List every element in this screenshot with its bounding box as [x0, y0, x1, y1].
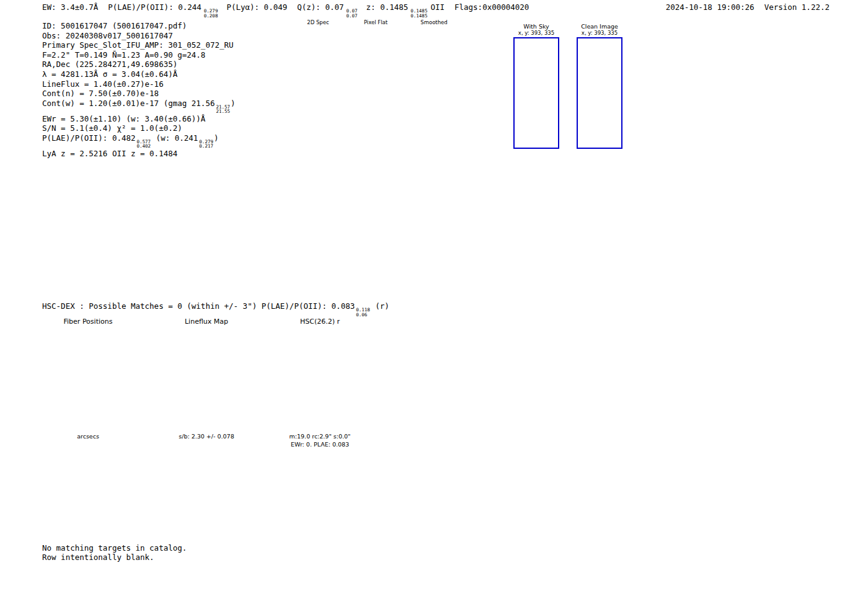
plae-poii-uncertainty: 0.2790.208 [204, 9, 218, 18]
plae-unc-2: 0.2790.217 [199, 140, 213, 149]
with-sky-image [513, 37, 559, 149]
wavelength-sigma: λ = 4281.13Å σ = 3.04(±0.64)Å [42, 69, 236, 79]
gmag-uncertainty: 21.5721.55 [216, 105, 230, 114]
report-version: Version 1.22.2 [764, 2, 830, 12]
redshift-solutions: LyA z = 2.5216 OII z = 0.1484 [42, 149, 236, 159]
line-flux: LineFlux = 1.40(±0.27)e-16 [42, 79, 236, 89]
spec-slot-ifu-amp: Primary Spec_Slot_IFU_AMP: 301_052_072_R… [42, 40, 236, 50]
spectral-line-labels [65, 159, 803, 218]
catalog-notes: No matching targets in catalog. Row inte… [42, 543, 187, 562]
header-summary: EW: 3.4±0.7ÅP(LAE)/P(OII): 0.2440.2790.2… [42, 2, 529, 18]
ew-value: EW: 3.4±0.7Å [42, 2, 98, 12]
plya-value: P(Lyα): 0.049 [226, 2, 287, 12]
observation-id: Obs: 20240308v017_5001617047 [42, 31, 236, 41]
lineflux-map-image [159, 329, 254, 423]
continuum-n: Cont(n) = 7.50(±0.70)e-18 [42, 89, 236, 99]
twod-title-pixelflat: Pixel Flat [348, 19, 404, 25]
qz-uncertainty: 0.070.07 [347, 9, 358, 18]
continuum-w: Cont(w) = 1.20(±0.01)e-17 (gmag 21.5621.… [42, 99, 236, 114]
hscdex-uncertainty: 0.1180.06 [356, 308, 370, 317]
with-sky-coords: x, y: 393, 335 [508, 30, 564, 36]
ra-dec: RA,Dec (225.284271,49.698635) [42, 60, 236, 69]
twod-title-2dspec: 2D Spec [290, 19, 347, 25]
full-spectrum-plot [34, 211, 815, 280]
plae-unc-1: 0.5770.402 [137, 140, 151, 149]
report-datetime: 2024-10-18 19:00:26 [666, 2, 755, 12]
flags-value: Flags:0x00004020 [454, 2, 529, 12]
catalog-note-2: Row intentionally blank. [42, 553, 187, 562]
twod-spec-rows [288, 28, 466, 162]
lineflux-map-title: Lineflux Map [147, 318, 266, 326]
hscdex-match-line: HSC-DEX : Possible Matches = 0 (within +… [42, 301, 389, 317]
with-sky-title: With Sky [508, 23, 564, 30]
equivalent-width: EWr = 5.30(±1.10) (w: 3.40(±0.66))Å [42, 114, 236, 124]
hsc-r-image [273, 329, 367, 423]
fiber-positions-image [41, 329, 135, 423]
z-uncertainty: 0.14850.1485 [410, 9, 427, 18]
z-type: OII [430, 2, 445, 12]
plae-poii-detail: P(LAE)/P(OII): 0.4820.5770.402 (w: 0.241… [42, 133, 236, 149]
datetime-version: 2024-10-18 19:00:26Version 1.22.2 [666, 2, 830, 12]
clean-image [577, 37, 622, 149]
elixer-report-page: { "header": { "ew": "EW: 3.4±0.7Å", "pla… [0, 0, 868, 591]
hsc-r-title: HSC(26.2) r [260, 318, 379, 326]
twod-panel-titles: 2D Spec Pixel Flat Smoothed [288, 19, 466, 27]
twod-title-smoothed: Smoothed [405, 19, 463, 25]
qz-value: Q(z): 0.07 [297, 2, 343, 12]
lineflux-xlabel: s/b: 2.30 +/- 0.078 [147, 433, 266, 440]
fiber-positions-title: Fiber Positions [29, 318, 148, 326]
plae-poii-value: P(LAE)/P(OII): 0.244 [108, 2, 202, 12]
clean-image-title: Clean Image [572, 23, 627, 30]
detection-info-block: ID: 5001617047 (5001617047.pdf) Obs: 202… [42, 21, 236, 159]
fiber-xlabel: arcsecs [29, 433, 148, 440]
clean-image-coords: x, y: 393, 335 [572, 30, 627, 36]
z-value: z: 0.1485 [366, 2, 409, 12]
catalog-note-1: No matching targets in catalog. [42, 543, 187, 553]
seeing-throughput: F=2.2" T=0.149 N̄=1.23 A=0.90 g=24.8 [42, 50, 236, 60]
hsc-xlabel: m:19.0 rc:2.9" s:0.0" [260, 433, 379, 440]
sn-chi2: S/N = 5.1(±0.4) χ² = 1.0(±0.2) [42, 123, 236, 133]
detection-id: ID: 5001617047 (5001617047.pdf) [42, 21, 236, 31]
hsc-xlabel2: EWr: 0. PLAE: 0.083 [260, 441, 379, 448]
line-fit-plot [626, 31, 812, 152]
